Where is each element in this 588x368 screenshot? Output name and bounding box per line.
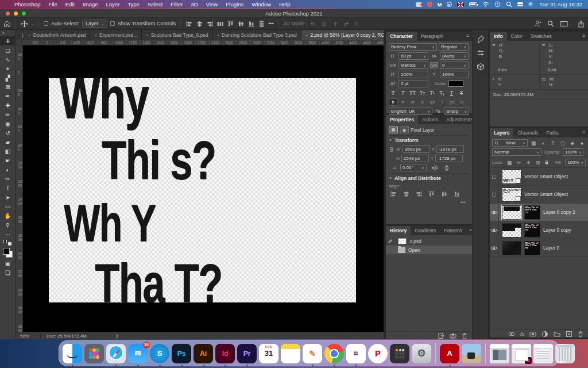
camera-3d-icon[interactable]: ⌑: [353, 21, 359, 27]
align-right-icon[interactable]: [206, 20, 214, 28]
slide-3d-icon[interactable]: ⇄: [342, 21, 350, 27]
new-doc-from-state-icon[interactable]: [438, 332, 444, 339]
layer-visibility-toggle[interactable]: [490, 239, 499, 256]
history-state[interactable]: Open: [386, 246, 472, 254]
panel-tab[interactable]: Character: [386, 32, 417, 41]
menu-item[interactable]: Photoshop: [10, 1, 44, 7]
adjustment-filter-icon[interactable]: ◐: [540, 140, 547, 146]
history-brush-source-icon[interactable]: ✐: [388, 239, 395, 244]
dock-premiere[interactable]: Pr: [237, 344, 257, 363]
language-field[interactable]: English: UK∨: [389, 108, 432, 115]
lock-artboard-icon[interactable]: ⊞: [535, 160, 541, 166]
keyboard-layout-flag-icon[interactable]: [457, 2, 464, 7]
layer-visibility-toggle[interactable]: [490, 186, 499, 203]
doc-tab[interactable]: × Dancing Sculpture Bad Type 3.psd: [212, 30, 301, 40]
doc-tab[interactable]: × Sculpture Bad Type_6.psd: [142, 30, 212, 40]
panel-tab[interactable]: Properties: [386, 115, 418, 124]
brush-tool[interactable]: ✏: [0, 110, 16, 119]
layer-name[interactable]: Layer 0: [543, 245, 559, 251]
link-dimensions-icon[interactable]: [388, 147, 395, 152]
layer-thumbnail[interactable]: [502, 241, 521, 255]
zoom-level-field[interactable]: 50%: [16, 334, 41, 339]
history-brush-tool[interactable]: ↺: [0, 128, 16, 137]
history-state[interactable]: ✐ 2.psd: [386, 237, 472, 246]
layer-row[interactable]: Why Thi s? Wh Y Tha T? Layer 0 copy: [490, 221, 588, 239]
underline-button[interactable]: T: [447, 89, 456, 97]
layer-thumbnail[interactable]: [502, 205, 521, 220]
panel-tab[interactable]: Actions: [418, 115, 442, 124]
layer-row[interactable]: Wh Y Vector Smart Object: [490, 168, 588, 186]
kerning-field[interactable]: Metrics∨: [399, 62, 428, 69]
new-snapshot-icon[interactable]: [450, 333, 457, 339]
quick-mask-button[interactable]: ▣: [0, 259, 16, 268]
align-middle-icon[interactable]: [237, 20, 245, 28]
layer-mask-thumbnail[interactable]: Why Thi s? Wh Y Tha T?: [524, 223, 540, 237]
menu-item[interactable]: File: [44, 1, 61, 7]
all-caps-button[interactable]: TT: [408, 89, 417, 97]
type-tool[interactable]: T: [0, 183, 16, 193]
horizontal-scale-field[interactable]: 100%: [440, 71, 469, 78]
align-right-icon[interactable]: [415, 190, 423, 198]
new-group-icon[interactable]: [554, 331, 560, 337]
close-tab-icon[interactable]: ×: [94, 33, 97, 38]
panel-menu-icon[interactable]: ≡: [579, 128, 588, 137]
swap-colors-icon[interactable]: [3, 240, 11, 246]
siri-icon[interactable]: [528, 2, 534, 7]
adjustment-layer-icon[interactable]: [541, 331, 548, 338]
blend-mode-dropdown[interactable]: Normal∨: [492, 148, 541, 156]
delete-layer-icon[interactable]: [578, 331, 583, 338]
healing-brush-tool[interactable]: ✚: [0, 101, 16, 110]
auto-select-target-dropdown[interactable]: Layer ⌄: [82, 20, 107, 28]
move-tool-icon[interactable]: [21, 20, 28, 28]
panel-tab[interactable]: Swatches: [527, 32, 556, 41]
flip-horizontal-icon[interactable]: [431, 164, 439, 171]
canvas-area[interactable]: Why Thi s? Wh Y Tha T?: [23, 45, 384, 332]
anti-alias-field[interactable]: Sharp∨: [444, 108, 469, 115]
ordinals-button[interactable]: 1st: [447, 98, 456, 106]
fractions-button[interactable]: ½: [457, 98, 466, 106]
dock-photoshop[interactable]: Ps: [172, 344, 191, 363]
path-selection-tool[interactable]: ➤: [0, 193, 16, 202]
edit-toolbar-button[interactable]: ⋯: [0, 229, 16, 239]
lock-transparent-icon[interactable]: ▦: [506, 160, 513, 166]
collapse-icon[interactable]: ▼: [389, 139, 392, 142]
layer-mask-thumbnail[interactable]: Why Thi s? Wh Y Tha T?: [524, 205, 540, 220]
distribute-v-icon[interactable]: [258, 20, 265, 28]
width-field[interactable]: 3503 px: [403, 145, 430, 153]
eyedropper-tool[interactable]: ✒: [0, 91, 16, 101]
subscript-button[interactable]: T₁: [438, 89, 446, 97]
y-field[interactable]: -1728 px: [435, 155, 463, 162]
close-tab-icon[interactable]: ×: [28, 33, 31, 38]
align-center-h-icon[interactable]: [196, 20, 203, 28]
align-bottom-icon[interactable]: [453, 190, 461, 198]
screen-recording-icon[interactable]: [416, 2, 422, 7]
crop-tool[interactable]: ▞: [0, 73, 16, 82]
hand-tool[interactable]: ✋: [0, 211, 16, 220]
clone-stamp-tool[interactable]: ◉: [0, 119, 16, 128]
magic-wand-tool[interactable]: ✶: [0, 64, 16, 73]
leading-field[interactable]: (Auto)∨: [440, 52, 469, 60]
align-left-icon[interactable]: [390, 190, 397, 198]
titling-alternates-button[interactable]: T: [438, 98, 446, 106]
filter-pin-icon[interactable]: ●: [578, 140, 586, 146]
dock-minimized-window-indesign[interactable]: Id: [512, 344, 531, 363]
pixel-filter-icon[interactable]: ▦: [530, 140, 537, 146]
add-mask-icon[interactable]: [529, 331, 536, 337]
menu-item[interactable]: 3D: [187, 1, 202, 7]
layer-name[interactable]: Vector Smart Object: [524, 174, 568, 179]
screen-mode-button[interactable]: ❏: [0, 268, 16, 277]
layer-name[interactable]: Layer 0 copy: [543, 227, 571, 233]
fill-field[interactable]: 100%∨: [565, 159, 586, 166]
more-options-icon[interactable]: •••: [268, 21, 273, 26]
lock-all-icon[interactable]: [544, 159, 549, 166]
control-center-icon[interactable]: [517, 2, 523, 7]
dock-desktop-picture[interactable]: [462, 344, 481, 363]
shape-tool[interactable]: ▭: [0, 202, 16, 211]
workspace-switcher-icon[interactable]: [560, 21, 568, 27]
discretionary-ligatures-button[interactable]: st: [408, 98, 417, 106]
menu-item[interactable]: Edit: [61, 1, 79, 7]
zoom-tool[interactable]: ⚲: [0, 220, 16, 229]
dock-skype[interactable]: S: [150, 344, 169, 363]
text-color-swatch[interactable]: [448, 80, 463, 87]
home-icon[interactable]: [3, 20, 11, 27]
